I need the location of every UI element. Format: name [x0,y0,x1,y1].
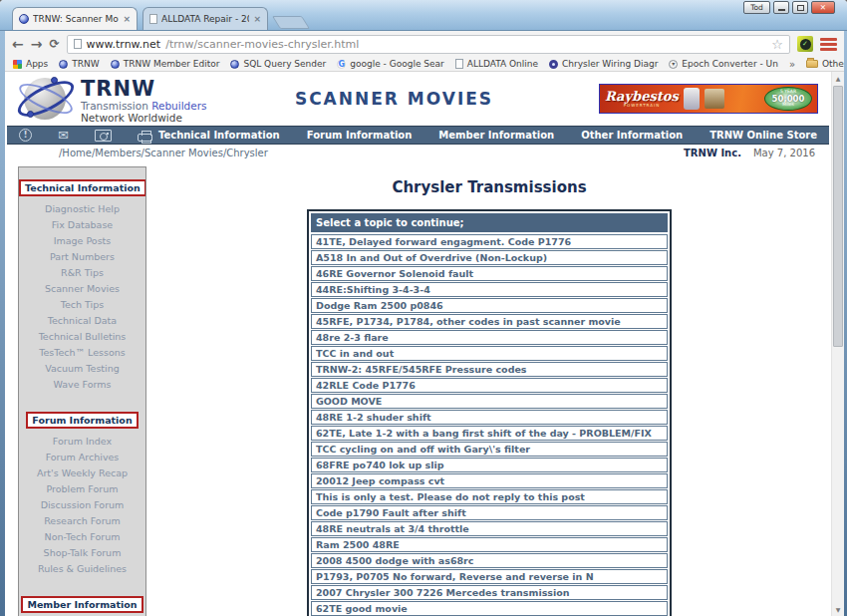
minimize-button[interactable] [773,1,789,14]
content-heading: Chrysler Transmissions [147,178,831,196]
reload-button[interactable]: ⟳ [49,38,59,50]
maximize-button[interactable] [792,1,808,14]
topic-link[interactable]: 68FRE po740 lok up slip [311,458,668,472]
topic-link[interactable]: 2008 4500 dodge with as68rc [311,553,668,568]
sidebar-link[interactable]: Problem Forum [19,481,145,497]
topic-link[interactable]: 2007 Chrysler 300 7226 Mercedes transmis… [311,585,668,600]
nav-link[interactable]: Member Information [438,130,554,141]
sidebar-link[interactable]: Wave Forms [19,377,145,393]
bookmark-item[interactable]: ALLDATA Online [455,59,538,69]
bookmark-item[interactable]: Chrysler Wiring Diagr [549,59,658,69]
address-bar[interactable]: www.trnw.net/trnw/scanner-movies-chrysle… [67,35,790,54]
chrome-menu-icon[interactable] [820,38,837,51]
sidebar-link[interactable]: Discussion Forum [19,497,145,513]
sidebar-link[interactable]: Fix Database [19,217,145,233]
sidebar-heading-technical-information[interactable]: Technical Information [19,179,146,196]
sidebar-link[interactable]: Forum Archives [19,450,145,465]
mail-icon[interactable]: ✉ [58,129,69,142]
sidebar-link[interactable]: Non-Tech Forum [19,529,145,545]
extension-icon[interactable]: ✓ [797,36,813,52]
trnw-logo[interactable]: TRNW Transmission Rebuilders Network Wor… [21,75,207,124]
close-button[interactable]: ✕ [811,1,835,14]
sidebar-heading-member-information[interactable]: Member Information [21,596,142,613]
topic-link[interactable]: GOOD MOVE [311,394,668,409]
sidebar-link[interactable]: Technical Bulletins [19,329,145,345]
back-button[interactable]: ← [12,37,24,51]
sidebar-link[interactable]: Image Posts [19,233,145,249]
bookmark-item[interactable]: SQL Query Sender [230,59,326,69]
topic-table: Select a topic to continue; 41TE, Delaye… [307,209,672,616]
tab-close-icon[interactable]: × [253,14,261,24]
topic-link[interactable]: This is only a test. Please do not reply… [311,489,668,504]
tab-title: ALLDATA Repair - 2008 H [161,14,249,24]
nav-link[interactable]: Other Information [581,130,683,141]
topic-link[interactable]: 48re 2-3 flare [311,330,668,345]
alert-icon[interactable] [19,129,32,142]
ad-warranty-badge: 5 YEAR 50,000 Miles [764,87,812,111]
profile-button[interactable]: Tod [743,1,770,14]
nav-link[interactable]: Forum Information [307,130,413,141]
topic-link[interactable]: Ram 2500 48RE [311,537,668,552]
nav-link[interactable]: Technical Information [158,130,280,141]
sidebar-link[interactable]: Technical Data [19,313,145,329]
other-bookmarks-button[interactable]: Other bookmarks [806,59,844,69]
printer-icon[interactable] [138,134,152,142]
sidebar-link[interactable]: Vacuum Testing [19,361,145,377]
sidebar-link[interactable]: Shop-Talk Forum [19,545,145,561]
bookmark-item[interactable]: TRNW [59,59,99,69]
sidebar-link[interactable]: Part Numbers [19,249,145,265]
topic-link[interactable]: 62TE good movie [311,601,668,616]
topic-link[interactable]: TCC cycling on and off with Gary\'s filt… [311,442,668,457]
bookmark-item[interactable]: Epoch Converter - Un [669,59,778,69]
sidebar: Technical Information Diagnostic HelpFix… [18,166,146,616]
apps-shortcut[interactable]: Apps [13,59,48,69]
topic-link[interactable]: 41TE, Delayed forward engagment. Code P1… [311,234,668,249]
vertical-scrollbar[interactable]: ▲ ▼ [831,72,844,616]
sidebar-link[interactable]: Tech Tips [19,297,145,313]
topic-link[interactable]: 46RE Governor Solenoid fault [311,266,668,281]
topic-link[interactable]: TCC in and out [311,346,668,361]
topic-link[interactable]: Dodge Ram 2500 p0846 [311,298,668,313]
topic-link[interactable]: 44RE:Shifting 3-4-3-4 [311,282,668,297]
topic-link[interactable]: 20012 Jeep compass cvt [311,473,668,488]
topic-link[interactable]: 62TE, Late 1-2 with a bang first shift o… [311,426,668,441]
forward-button[interactable]: → [31,37,43,51]
new-tab-button[interactable] [272,16,310,29]
bookmarks-overflow-chevron-icon[interactable]: » [789,59,795,70]
sidebar-link[interactable]: Rules & Guidelines [19,561,145,577]
sidebar-link[interactable]: Forum Index [19,434,145,450]
sidebar-link[interactable]: TesTech™ Lessons [19,345,145,361]
ad-product-image [705,89,724,109]
topic-link[interactable]: 45RFE, P1734, P1784, other codes in past… [311,314,668,329]
tab-trnw-scanner-movies[interactable]: TRNW: Scanner Movies × [12,7,138,30]
bookmark-star-icon[interactable]: ☆ [771,38,783,51]
camera-icon[interactable] [95,130,112,142]
tab-alldata-repair[interactable]: ALLDATA Repair - 2008 H × [142,7,268,30]
scroll-up-icon[interactable]: ▲ [832,72,844,85]
topic-link[interactable]: TRNW-2: 45RFE/545RFE Pressure codes [311,362,668,377]
bookmark-item[interactable]: google - Google Sear [337,59,444,69]
bookmark-item[interactable]: TRNW Member Editor [111,59,220,69]
topic-link[interactable]: 42RLE Code P1776 [311,378,668,393]
sidebar-heading-forum-information[interactable]: Forum Information [26,412,138,429]
scrollbar-thumb[interactable] [833,86,843,347]
topic-link[interactable]: 48RE 1-2 shuder shift [311,410,668,425]
sidebar-link[interactable]: R&R Tips [19,265,145,281]
raybestos-banner-ad[interactable]: Raybestos POWERTRAIN 5 YEAR 50,000 Miles [599,84,818,114]
topic-link[interactable]: Code p1790 Fault after shift [311,505,668,520]
date-label: May 7, 2016 [753,148,815,158]
topic-link[interactable]: A518 In and Out of Overdrive (Non-Lockup… [311,250,668,265]
tab-close-icon[interactable]: × [123,14,131,24]
bookmark-favicon-icon [111,60,120,69]
sidebar-link[interactable]: Research Forum [19,513,145,529]
scroll-down-icon[interactable]: ▼ [832,603,844,616]
sidebar-link[interactable]: Diagnostic Help [19,201,145,217]
sidebar-link[interactable]: Scanner Movies [19,281,145,297]
sidebar-link[interactable]: Art's Weekly Recap [19,465,145,481]
topic-link[interactable]: P1793, P0705 No forward, Reverse and rev… [311,569,668,584]
breadcrumb[interactable]: /Home/Members/Scanner Movies/Chrysler [59,148,268,158]
sidebar-section-member: Member Information Member Directory [19,593,145,616]
url-host: www.trnw.net [87,38,161,51]
topic-link[interactable]: 48RE neutrals at 3/4 throttle [311,521,668,536]
nav-link[interactable]: TRNW Online Store [709,130,817,141]
